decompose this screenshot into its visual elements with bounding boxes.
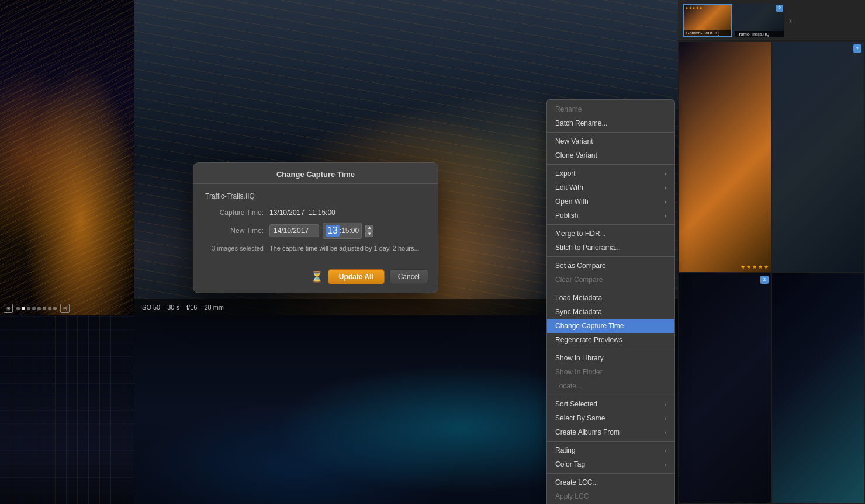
menu-arrow-create-albums-from: › [665, 429, 666, 436]
menu-arrow-publish: › [665, 213, 666, 219]
nav-dot[interactable] [22, 307, 25, 310]
thumb-item-4[interactable] [772, 273, 864, 503]
thumb-item-1[interactable]: ★ ★ ★ ★ ★ [679, 42, 771, 272]
photo-bottom-left[interactable] [0, 315, 134, 504]
view-toggle-icon[interactable]: ⊞ [4, 304, 13, 313]
menu-item-open-with[interactable]: Open With › [547, 194, 674, 208]
menu-sep-1 [547, 132, 674, 133]
menu-label-export: Export [555, 169, 576, 178]
grid-icon[interactable]: ⊟ [60, 304, 70, 313]
menu-item-select-by-same[interactable]: Select By Same › [547, 411, 674, 425]
menu-label-edit-with: Edit With [555, 183, 583, 192]
nav-dot[interactable] [16, 307, 20, 310]
menu-item-edit-with[interactable]: Edit With › [547, 180, 674, 194]
menu-item-sync-metadata[interactable]: Sync Metadata [547, 305, 674, 319]
new-time-row: New Time: 13 :15:00 ▲ ▼ [205, 223, 426, 239]
film-badge-2: 2 [776, 5, 783, 12]
menu-item-regenerate-previews[interactable]: Regenerate Previews [547, 333, 674, 347]
menu-sep-9 [547, 473, 674, 474]
focal-value: 28 mm [204, 304, 224, 311]
menu-arrow-color-tag: › [665, 461, 666, 468]
nav-dot[interactable] [32, 307, 36, 310]
menu-item-load-metadata[interactable]: Load Metadata [547, 291, 674, 305]
adjustment-text: The capture time will be adjusted by 1 d… [269, 245, 420, 252]
thumb-stars-1: ★ ★ ★ ★ ★ [741, 264, 769, 270]
menu-item-rating[interactable]: Rating › [547, 443, 674, 457]
menu-arrow-select-by-same: › [665, 415, 666, 422]
menu-item-publish[interactable]: Publish › [547, 208, 674, 223]
thumbnail-grid: ★ ★ ★ ★ ★ 2 2 [678, 41, 865, 504]
menu-item-stitch-pano[interactable]: Stitch to Panorama... [547, 241, 674, 255]
menu-item-apply-lcc[interactable]: Apply LCC [547, 489, 674, 503]
new-time-label: New Time: [205, 227, 264, 235]
dialog-body: Traffic-Trails.IIQ Capture Time: 13/10/2… [193, 184, 438, 265]
menu-item-clear-compare[interactable]: Clear Compare [547, 273, 674, 287]
menu-arrow-rating: › [665, 447, 666, 454]
menu-item-merge-hdr[interactable]: Merge to HDR... [547, 227, 674, 241]
menu-item-color-tag[interactable]: Color Tag › [547, 457, 674, 471]
film-label-1: Golden-Hour.IIQ [684, 30, 731, 36]
filmstrip-arrow[interactable]: › [787, 13, 794, 27]
menu-label-select-by-same: Select By Same [555, 414, 605, 422]
dialog-status-row: 3 images selected The capture time will … [205, 245, 426, 252]
menu-item-create-lcc[interactable]: Create LCC... [547, 475, 674, 489]
thumb-badge-3: 2 [760, 276, 769, 284]
menu-label-show-in-library: Show in Library [555, 354, 604, 362]
menu-item-change-capture-time[interactable]: Change Capture Time [547, 319, 674, 333]
capture-time-inputs: 13/10/2017 11:15:00 [269, 208, 335, 217]
time-stepper[interactable]: ▲ ▼ [365, 225, 373, 237]
menu-item-new-variant[interactable]: New Variant [547, 134, 674, 148]
update-all-button[interactable]: Update All [328, 269, 385, 284]
menu-arrow-export: › [665, 171, 666, 177]
menu-label-create-albums-from: Create Albums From [555, 428, 620, 436]
menu-label-stitch-pano: Stitch to Panorama... [555, 244, 621, 252]
menu-sep-3 [547, 224, 674, 225]
nav-dot[interactable] [37, 307, 41, 310]
menu-item-show-in-finder[interactable]: Show In Finder [547, 365, 674, 379]
menu-label-show-in-finder: Show In Finder [555, 368, 603, 376]
menu-item-show-in-library[interactable]: Show in Library [547, 351, 674, 365]
shutter-value: 30 s [167, 304, 179, 311]
menu-label-create-lcc: Create LCC... [555, 478, 598, 486]
menu-arrow-sort-selected: › [665, 401, 666, 408]
film-thumb-1[interactable]: ★★★★★ Golden-Hour.IIQ [683, 4, 732, 37]
menu-label-rating: Rating [555, 446, 576, 454]
right-panel: ★★★★★ Golden-Hour.IIQ 2 Traffic-Trails.I… [678, 0, 865, 504]
dialog-filename: Traffic-Trails.IIQ [205, 192, 426, 200]
menu-item-rename[interactable]: Rename [547, 102, 674, 116]
dialog-footer: ⏳ Update All Cancel [193, 265, 438, 293]
hourglass-icon: ⏳ [310, 270, 323, 283]
menu-label-batch-rename: Batch Rename... [555, 119, 607, 127]
menu-item-set-compare[interactable]: Set as Compare [547, 259, 674, 273]
images-selected-label: 3 images selected [205, 245, 264, 252]
nav-dot[interactable] [48, 307, 51, 310]
menu-item-clone-variant[interactable]: Clone Variant [547, 148, 674, 162]
cancel-button[interactable]: Cancel [389, 269, 428, 284]
menu-label-clear-compare: Clear Compare [555, 276, 603, 284]
thumb-item-3[interactable]: 2 [679, 273, 771, 503]
thumb-item-2[interactable]: 2 [772, 42, 864, 272]
menu-label-change-capture-time: Change Capture Time [555, 322, 624, 330]
nav-dot[interactable] [53, 307, 57, 310]
stepper-up[interactable]: ▲ [365, 225, 373, 231]
film-stars-1: ★★★★★ [685, 6, 703, 11]
nav-dot[interactable] [43, 307, 46, 310]
new-date-input[interactable] [269, 224, 319, 237]
menu-item-batch-rename[interactable]: Batch Rename... [547, 116, 674, 130]
stepper-down[interactable]: ▼ [365, 231, 373, 237]
menu-label-sort-selected: Sort Selected [555, 400, 597, 408]
menu-item-sort-selected[interactable]: Sort Selected › [547, 397, 674, 411]
new-time-inputs: 13 :15:00 ▲ ▼ [269, 223, 373, 239]
menu-item-create-albums-from[interactable]: Create Albums From › [547, 425, 674, 439]
menu-item-export[interactable]: Export › [547, 166, 674, 180]
menu-sep-4 [547, 256, 674, 257]
film-label-2: Traffic-Trails.IIQ [735, 31, 784, 37]
nav-dot[interactable] [27, 307, 30, 310]
menu-label-publish: Publish [555, 211, 578, 220]
menu-item-locate[interactable]: Locate... [547, 379, 674, 393]
menu-arrow-edit-with: › [665, 185, 666, 191]
menu-label-apply-lcc: Apply LCC [555, 492, 589, 500]
film-thumb-2[interactable]: 2 Traffic-Trails.IIQ [735, 4, 784, 37]
new-hour-highlighted[interactable]: 13 [326, 225, 340, 237]
photo-top-left[interactable]: ⊞ ⊟ [0, 0, 134, 315]
